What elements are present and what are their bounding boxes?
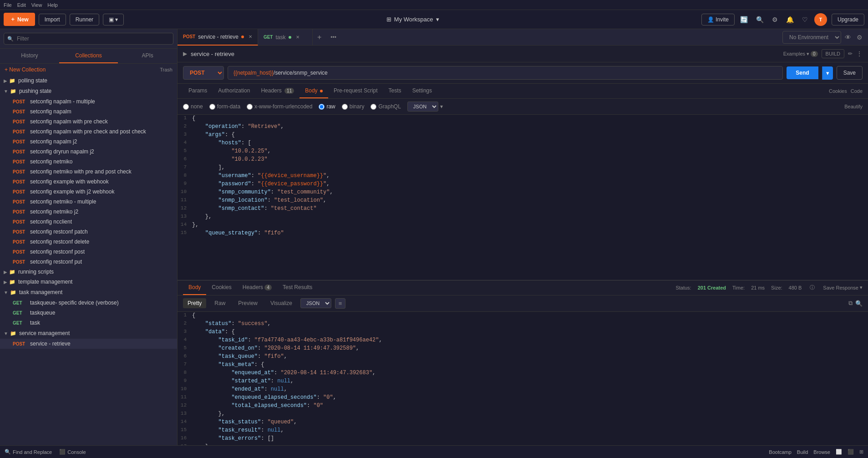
beautify-button[interactable]: Beautify (844, 104, 863, 109)
menu-file[interactable]: File (4, 2, 12, 8)
list-item[interactable]: GET taskqueue (0, 308, 177, 318)
raw-tab[interactable]: Raw (210, 298, 230, 308)
settings-tab[interactable]: Settings (407, 84, 437, 98)
response-body-tab[interactable]: Body (183, 280, 206, 295)
collection-header-template-management[interactable]: ▶ 📁 template management (0, 277, 177, 287)
save-button[interactable]: Save (837, 66, 863, 80)
layout-icon-3[interactable]: ⊞ (859, 449, 863, 455)
tests-tab[interactable]: Tests (383, 84, 407, 98)
response-format-select[interactable]: JSON (300, 298, 331, 308)
import-button[interactable]: Import (39, 14, 66, 25)
tab-collections[interactable]: Collections (59, 49, 118, 63)
info-icon[interactable]: ⓘ (808, 284, 817, 291)
list-item[interactable]: POST setconfig restconf delete (0, 237, 177, 247)
menu-help[interactable]: Help (47, 2, 58, 8)
search-icon-button[interactable]: 🔍 (754, 14, 766, 25)
collection-header-pushing-state[interactable]: ▼ 📁 pushing state ••• (0, 86, 177, 97)
new-button[interactable]: ＋ New (4, 13, 35, 26)
trash-button[interactable]: Trash (160, 67, 173, 72)
response-body-editor[interactable]: 1{ 2 "status": "success", 3 "data": { 4 … (178, 312, 868, 446)
preview-tab[interactable]: Preview (233, 298, 262, 308)
upgrade-button[interactable]: Upgrade (832, 14, 864, 25)
collection-header-task-management[interactable]: ▼ 📁 task management ••• (0, 287, 177, 298)
method-select[interactable]: POST GET PUT DELETE PATCH (183, 66, 224, 80)
build-button[interactable]: BUILD (822, 49, 844, 58)
close-tab-icon[interactable]: ✕ (296, 35, 299, 40)
list-item[interactable]: POST setconfig netmiko with pre and post… (0, 167, 177, 177)
new-tab-button[interactable]: + (313, 33, 326, 41)
menu-view[interactable]: View (31, 2, 42, 8)
list-item[interactable]: GET task (0, 318, 177, 328)
code-button[interactable]: Code (851, 88, 863, 94)
collection-header-service-management[interactable]: ▼ 📁 service management ••• (0, 328, 177, 339)
pretty-tab[interactable]: Pretty (183, 298, 206, 308)
copy-button[interactable]: ⧉ (848, 300, 853, 307)
cookies-button[interactable]: Cookies (829, 88, 847, 94)
workspace-selector[interactable]: ⊞ My Workspace ▾ (127, 16, 698, 23)
urlencoded-radio[interactable]: x-www-form-urlencoded (247, 103, 312, 110)
console-button[interactable]: ⬛ Console (59, 449, 86, 455)
list-item[interactable]: POST setconfig restconf patch (0, 227, 177, 237)
list-item[interactable]: POST setconfig ncclient (0, 217, 177, 227)
collapse-arrow-icon[interactable]: ▶ (183, 51, 187, 57)
send-button[interactable]: Send (787, 66, 818, 79)
env-eye-button[interactable]: 👁 (843, 32, 853, 43)
request-body-editor[interactable]: 1{ 2 "operation": "Retrieve", 3 "args": … (178, 115, 868, 280)
invite-button[interactable]: 👤 Invite (701, 14, 735, 25)
list-item[interactable]: POST setconfig restconf post (0, 247, 177, 257)
tabs-more-button[interactable]: ••• (326, 34, 341, 41)
layout-icon-1[interactable]: ⬜ (836, 449, 842, 455)
url-input-display[interactable]: {{netpalm_host}} /service/snmp_service (228, 66, 783, 80)
list-item[interactable]: POST setconfig napalm - multiple (0, 97, 177, 107)
list-item[interactable]: GET taskqueue- specific device (verbose) (0, 298, 177, 308)
settings-icon-button[interactable]: ⚙ (770, 14, 780, 25)
collection-runner-button[interactable]: ▣ ▾ (103, 14, 124, 25)
browse-bottom-button[interactable]: Browse (813, 449, 830, 455)
visualize-tab[interactable]: Visualize (266, 298, 297, 308)
response-headers-tab[interactable]: Headers 4 (237, 280, 277, 295)
body-tab[interactable]: Body (299, 84, 328, 98)
response-test-results-tab[interactable]: Test Results (277, 280, 318, 295)
notifications-icon-button[interactable]: 🔔 (784, 14, 796, 25)
build-bottom-button[interactable]: Build (797, 449, 808, 455)
more-icon-button[interactable]: ⋮ (856, 50, 863, 57)
list-item[interactable]: POST setconfig netmiko (0, 157, 177, 167)
collection-header-polling-state[interactable]: ▶ 📁 polling state (0, 76, 177, 86)
pre-request-script-tab[interactable]: Pre-request Script (328, 84, 383, 98)
environment-select[interactable]: No Environment (782, 31, 841, 44)
list-item[interactable]: POST setconfig napalm (0, 107, 177, 117)
list-item-active[interactable]: POST service - retrieve (0, 339, 177, 349)
search-button[interactable]: 🔍 (855, 300, 863, 307)
list-item[interactable]: POST setconfig napalm j2 (0, 137, 177, 147)
none-radio[interactable]: none (183, 103, 203, 110)
heart-icon-button[interactable]: ♡ (800, 14, 810, 25)
new-collection-bar[interactable]: + New Collection Trash (0, 64, 177, 76)
search-input[interactable] (4, 33, 173, 45)
headers-tab[interactable]: Headers 11 (255, 84, 299, 98)
edit-icon-button[interactable]: ✏ (848, 51, 853, 57)
filter-button[interactable]: ≡ (335, 298, 346, 309)
find-replace-button[interactable]: 🔍 Find and Replace (5, 449, 52, 455)
list-item[interactable]: POST setconfig napalm with pre check (0, 117, 177, 127)
menu-edit[interactable]: Edit (17, 2, 26, 8)
raw-radio[interactable]: raw (319, 103, 335, 110)
env-gear-button[interactable]: ⚙ (855, 32, 864, 43)
list-item[interactable]: POST setconfig restconf put (0, 257, 177, 267)
sync-icon-button[interactable]: 🔄 (738, 14, 750, 25)
tab-service-retrieve[interactable]: POST service - retrieve ✕ (178, 29, 258, 46)
send-dropdown-button[interactable]: ▾ (822, 66, 833, 80)
tab-history[interactable]: History (0, 49, 59, 63)
save-response-button[interactable]: Save Response ▾ (823, 285, 863, 290)
list-item[interactable]: POST setconfig example with j2 webhook (0, 187, 177, 197)
graphql-radio[interactable]: GraphQL (371, 103, 401, 110)
runner-button[interactable]: Runner (70, 14, 99, 25)
tab-apis[interactable]: APIs (118, 49, 177, 63)
close-tab-icon[interactable]: ✕ (249, 34, 252, 39)
collection-header-running-scripts[interactable]: ▶ 📁 running scripts (0, 267, 177, 277)
list-item[interactable]: POST setconfig dryrun napalm j2 (0, 147, 177, 157)
list-item[interactable]: POST setconfig netmiko - multiple (0, 197, 177, 207)
params-tab[interactable]: Params (183, 84, 213, 98)
layout-icon-2[interactable]: ⬛ (848, 449, 854, 455)
binary-radio[interactable]: binary (342, 103, 365, 110)
form-data-radio[interactable]: form-data (209, 103, 240, 110)
